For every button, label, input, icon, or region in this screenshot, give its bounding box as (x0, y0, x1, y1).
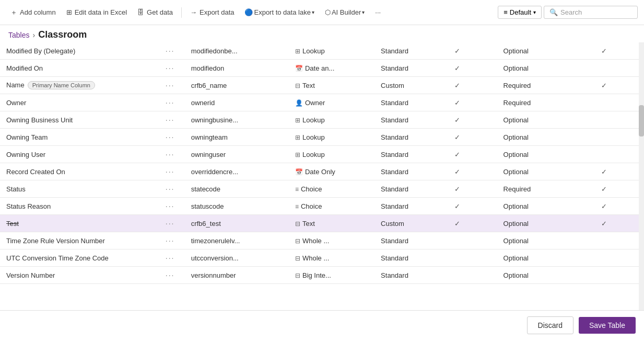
column-name: Modified On (6, 64, 43, 72)
three-dots-icon[interactable]: ··· (166, 185, 175, 193)
searchable-cell: ✓ (448, 163, 497, 180)
search-button[interactable]: 🔍 Search (544, 6, 638, 19)
table-row[interactable]: Owning User···owninguser⊞LookupStandard✓… (0, 146, 644, 163)
searchable-cell: ✓ (448, 111, 497, 129)
searchable-cell: ✓ (448, 42, 497, 60)
column-name-cell: Status (0, 180, 159, 198)
required-cell: Optional (497, 146, 595, 163)
edit-excel-button[interactable]: ⊞ Edit data in Excel (62, 6, 131, 18)
search-icon: 🔍 (549, 8, 558, 16)
three-dots-icon[interactable]: ··· (166, 236, 175, 245)
type-cell: ⊞Lookup (289, 42, 374, 60)
custom-cell: Standard (374, 232, 448, 249)
row-menu-dots[interactable]: ··· (159, 163, 185, 180)
row-menu-dots[interactable]: ··· (159, 42, 185, 60)
column-name-cell: Owning User (0, 146, 159, 163)
chevron-down-icon: ▾ (362, 9, 365, 15)
excel-icon: ⊞ (66, 8, 72, 16)
table-row[interactable]: Record Created On···overriddencre...📅Dat… (0, 163, 644, 180)
table-row[interactable]: Status···statecode≡ChoiceStandard✓Requir… (0, 180, 644, 198)
export-lake-button[interactable]: 🔵 Export to data lake ▾ (240, 6, 318, 18)
three-dots-icon[interactable]: ··· (166, 167, 175, 176)
logical-name-cell: owninguser (185, 146, 289, 163)
discard-button[interactable]: Discard (527, 316, 573, 334)
logical-name-cell: statuscode (185, 198, 289, 215)
default-view-button[interactable]: ≡ Default ▾ (498, 6, 542, 19)
export-icon: → (190, 8, 197, 16)
table-row[interactable]: Owning Team···owningteam⊞LookupStandard✓… (0, 129, 644, 146)
custom-cell: Standard (374, 42, 448, 60)
type-label: Text (302, 82, 315, 89)
three-dots-icon[interactable]: ··· (166, 219, 175, 228)
table-row[interactable]: Time Zone Rule Version Number···timezone… (0, 232, 644, 249)
type-label: Lookup (302, 133, 325, 141)
table-row[interactable]: NamePrimary Name Column···crfb6_name⊟Tex… (0, 77, 644, 94)
save-table-button[interactable]: Save Table (579, 317, 636, 334)
row-menu-dots[interactable]: ··· (159, 249, 185, 267)
searchable-cell: ✓ (448, 146, 497, 163)
type-icon: ⊞ (295, 117, 300, 124)
table-row[interactable]: UTC Conversion Time Zone Code···utcconve… (0, 249, 644, 267)
columns-table: Modified By (Delegate)···modifiedonbe...… (0, 42, 644, 284)
audited-cell (595, 60, 644, 77)
row-menu-dots[interactable]: ··· (159, 232, 185, 249)
type-icon: ⊟ (295, 255, 300, 262)
three-dots-icon[interactable]: ··· (166, 202, 175, 210)
row-menu-dots[interactable]: ··· (159, 60, 185, 77)
type-label: Whole ... (302, 237, 329, 245)
table-row[interactable]: Owner···ownerid👤OwnerStandard✓Required (0, 94, 644, 111)
table-row[interactable]: Owning Business Unit···owningbusine...⊞L… (0, 111, 644, 129)
three-dots-icon[interactable]: ··· (166, 116, 175, 124)
type-cell: ⊟Whole ... (289, 249, 374, 267)
row-menu-dots[interactable]: ··· (159, 198, 185, 215)
row-menu-dots[interactable]: ··· (159, 180, 185, 198)
row-menu-dots[interactable]: ··· (159, 94, 185, 111)
three-dots-icon[interactable]: ··· (166, 81, 175, 89)
table-row[interactable]: Version Number···versionnumber⊟Big Inte.… (0, 267, 644, 284)
check-icon: ✓ (454, 185, 460, 193)
column-name-cell: Owning Team (0, 129, 159, 146)
three-dots-icon[interactable]: ··· (166, 64, 175, 72)
three-dots-icon[interactable]: ··· (166, 98, 175, 107)
scrollbar-thumb[interactable] (639, 105, 644, 137)
row-menu-dots[interactable]: ··· (159, 129, 185, 146)
table-row[interactable]: Status Reason···statuscode≡ChoiceStandar… (0, 198, 644, 215)
type-cell: ≡Choice (289, 198, 374, 215)
custom-cell: Standard (374, 267, 448, 284)
ai-builder-button[interactable]: ⬡ AI Builder ▾ (321, 6, 369, 18)
add-column-button[interactable]: ＋ Add column (6, 6, 60, 19)
column-name-cell: Modified By (Delegate) (0, 42, 159, 60)
row-menu-dots[interactable]: ··· (159, 146, 185, 163)
row-menu-dots[interactable]: ··· (159, 267, 185, 284)
column-name: Version Number (6, 271, 55, 279)
type-icon: ⊟ (295, 220, 300, 228)
get-data-button[interactable]: 🗄 Get data (133, 6, 177, 18)
scrollbar[interactable] (639, 42, 644, 310)
row-menu-dots[interactable]: ··· (159, 111, 185, 129)
logical-name-cell: owningbusine... (185, 111, 289, 129)
export-data-button[interactable]: → Export data (186, 6, 239, 18)
more-button[interactable]: ··· (371, 6, 385, 18)
type-cell: ⊟Text (289, 215, 374, 232)
row-menu-dots[interactable]: ··· (159, 77, 185, 94)
table-row[interactable]: Test···crfb6_test⊟TextCustom✓Optional✓ (0, 215, 644, 232)
type-cell: ⊟Text (289, 77, 374, 94)
required-cell: Optional (497, 42, 595, 60)
type-label: Lookup (302, 116, 325, 124)
three-dots-icon[interactable]: ··· (166, 271, 175, 279)
row-menu-dots[interactable]: ··· (159, 215, 185, 232)
column-name: Owner (6, 99, 26, 107)
type-cell: ≡Choice (289, 180, 374, 198)
tables-link[interactable]: Tables (8, 31, 29, 39)
searchable-cell (448, 267, 497, 284)
breadcrumb: Tables › Classroom (0, 25, 644, 42)
table-row[interactable]: Modified By (Delegate)···modifiedonbe...… (0, 42, 644, 60)
three-dots-icon[interactable]: ··· (166, 150, 175, 158)
three-dots-icon[interactable]: ··· (166, 133, 175, 141)
three-dots-icon[interactable]: ··· (166, 254, 175, 262)
searchable-cell: ✓ (448, 198, 497, 215)
column-name-cell: UTC Conversion Time Zone Code (0, 249, 159, 267)
three-dots-icon[interactable]: ··· (166, 47, 175, 55)
table-row[interactable]: Modified On···modifiedon📅Date an...Stand… (0, 60, 644, 77)
type-cell: ⊟Big Inte... (289, 267, 374, 284)
